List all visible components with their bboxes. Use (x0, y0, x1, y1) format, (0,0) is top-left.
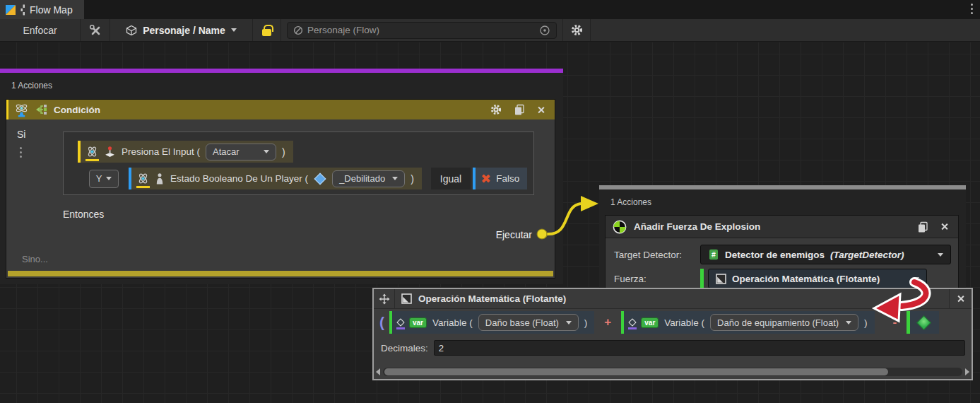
move-handle[interactable] (374, 289, 395, 308)
panel-close-button[interactable] (949, 289, 972, 308)
gear-icon (571, 24, 583, 36)
then-label: Entonces (63, 209, 104, 220)
chevron-down-icon (938, 253, 943, 257)
close-icon[interactable] (940, 223, 948, 230)
gear-icon[interactable] (490, 104, 502, 115)
if-label: Si (17, 129, 25, 140)
value-stripe (473, 168, 476, 189)
compare-value-chip[interactable]: Falso (473, 168, 527, 189)
and-operator-dropdown[interactable]: Y (89, 170, 119, 188)
action-node[interactable]: Añadir Fuerza De Explosion Target Detect… (605, 215, 959, 296)
tools-button[interactable] (81, 19, 110, 41)
braces-icon (20, 4, 25, 16)
target-object-dropdown[interactable]: Personaje / Name (110, 19, 253, 41)
condition-text: Presiona El Input ( (122, 146, 200, 157)
math-operation-panel: Operación Matemática (Flotante) ( var Va… (372, 288, 973, 380)
player-icon (155, 173, 165, 185)
drag-handle-icon[interactable] (20, 147, 22, 158)
condition-node-title: Condición (54, 105, 100, 115)
type-suffix: (TargetDetector) (830, 250, 904, 260)
execute-label: Ejecutar (496, 229, 532, 240)
variable-chip-2[interactable]: var Variable ( Daño de equipamiento (Flo… (621, 311, 874, 334)
math-operation-icon (716, 274, 726, 284)
value-stripe (700, 269, 704, 288)
cube-icon (126, 25, 137, 36)
execute-output-port[interactable] (538, 230, 548, 239)
condition-node-header[interactable]: Condición (6, 100, 555, 119)
actions-count-label: 1 Acciones (599, 189, 966, 207)
green-diamond-icon (916, 315, 931, 329)
svg-text:#: # (712, 250, 716, 259)
close-icon (957, 295, 964, 303)
condition-row-input: Presiona El Input ( Atacar ) (78, 141, 533, 163)
plus-operator[interactable]: + (604, 315, 611, 329)
actions-group-left: 1 Acciones (0, 69, 563, 284)
chevron-down-icon (264, 150, 269, 153)
tools-icon (89, 24, 102, 37)
duplicate-icon[interactable] (917, 221, 928, 233)
value-diamond-icon (630, 320, 635, 325)
graph-canvas[interactable]: 1 Acciones (0, 42, 980, 403)
condition-node[interactable]: Condición Si (6, 99, 555, 279)
bool-variable-diamond-icon (314, 173, 326, 185)
chevron-down-icon (566, 321, 572, 325)
variable-dropdown-2[interactable]: Daño de equipamiento (Float) (710, 314, 858, 331)
action-node-body: Target Detector: # Detector de enemigos … (606, 238, 958, 296)
lock-icon (262, 29, 271, 36)
false-x-icon (481, 174, 490, 183)
window-menu-icon[interactable] (971, 4, 973, 14)
decimals-row: Decimales: (374, 336, 972, 356)
chevron-down-icon (392, 177, 398, 180)
lock-button[interactable] (253, 19, 281, 41)
settings-button[interactable] (562, 19, 591, 41)
comparison-button[interactable]: Igual (431, 168, 471, 189)
fuerza-value-dropdown[interactable]: Operación Matemática (Flotante) (708, 269, 927, 288)
target-picker-icon[interactable] (539, 25, 550, 36)
scrollbar-thumb[interactable] (384, 368, 888, 375)
open-paren: ( (379, 314, 384, 331)
scrollbar-track[interactable] (383, 368, 962, 376)
move-icon (379, 293, 390, 305)
chevron-down-icon (231, 28, 237, 32)
value-stripe (907, 311, 910, 334)
target-detector-dropdown[interactable]: # Detector de enemigos (TargetDetector) (700, 245, 951, 264)
scroll-right-icon[interactable] (965, 368, 969, 375)
else-label[interactable]: Sino... (22, 254, 48, 264)
flow-search-field[interactable] (287, 22, 557, 39)
search-input[interactable] (307, 25, 535, 35)
tab-flow-map[interactable]: Flow Map (0, 0, 84, 19)
condition-stripe (78, 141, 81, 163)
field-label: Target Detector: (610, 250, 700, 260)
decimals-label: Decimales: (381, 343, 428, 354)
chevron-down-icon (106, 177, 112, 180)
decimals-input[interactable] (434, 340, 965, 356)
condition-text: Estado Booleano De Un Player ( (170, 173, 308, 184)
panel-title: Operación Matemática (Flotante) (418, 293, 566, 304)
condition-chip-estado-booleano[interactable]: Estado Booleano De Un Player ( _Debilita… (129, 168, 422, 189)
math-operation-icon (401, 293, 412, 304)
bool-variable-dropdown[interactable]: _Debilitado (332, 170, 405, 187)
conditions-list: Presiona El Input ( Atacar ) (63, 132, 534, 195)
value-stripe (389, 311, 392, 334)
value-stripe (621, 311, 624, 334)
input-action-dropdown[interactable]: Atacar (206, 144, 276, 160)
variable-dropdown-1[interactable]: Daño base (Float) (478, 314, 579, 331)
third-value-chip[interactable] (907, 311, 939, 334)
tab-bar: Flow Map (0, 0, 980, 19)
script-icon (293, 25, 303, 35)
condition-row-boolean: Y (78, 168, 533, 189)
variable-chip-1[interactable]: var Variable ( Daño base (Float) ) (389, 311, 594, 334)
close-icon[interactable] (537, 106, 545, 114)
joystick-icon (104, 146, 116, 158)
chevron-down-icon (846, 321, 851, 325)
condition-node-body: Si (6, 119, 555, 271)
field-label: Fuerza: (610, 274, 700, 284)
minus-operator[interactable]: - (893, 315, 897, 329)
focus-button[interactable]: Enfocar (0, 19, 81, 41)
duplicate-icon[interactable] (514, 104, 525, 115)
condition-chip-presiona-input[interactable]: Presiona El Input ( Atacar ) (78, 141, 293, 163)
condition-stripe (129, 168, 131, 189)
scroll-left-icon[interactable] (376, 368, 380, 375)
panel-header: Operación Matemática (Flotante) (374, 289, 972, 309)
action-node-header[interactable]: Añadir Fuerza De Explosion (606, 216, 958, 238)
